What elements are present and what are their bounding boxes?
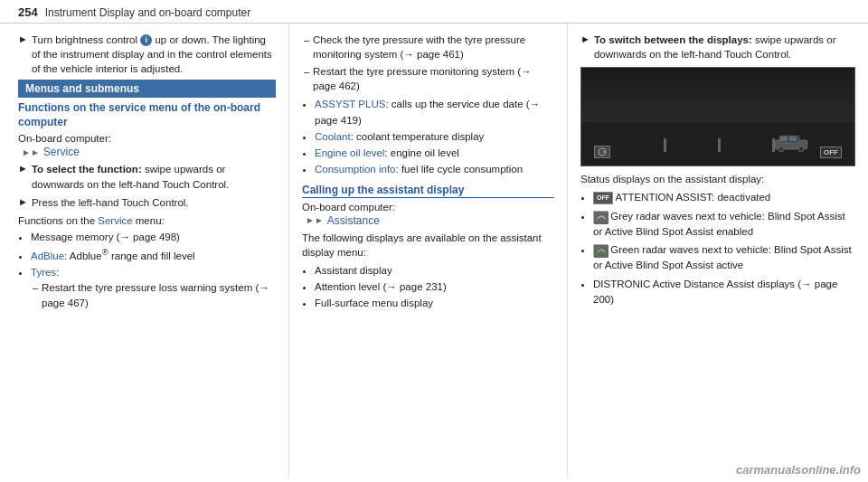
tyres-sub-list: Restart the tyre pressure loss warning s… (31, 280, 276, 309)
subtitle-text: Functions on the service menu of the on-… (18, 101, 260, 128)
onboard-label-left: On-board computer: (18, 133, 276, 144)
car-image-inner: OFF (581, 68, 854, 165)
status-attention: OFF ATTENTION ASSIST: deactivated (593, 190, 855, 205)
svg-rect-4 (780, 137, 788, 141)
indicator-icon (594, 146, 610, 158)
bullet-fullsurface: Full-surface menu display (315, 296, 554, 311)
svg-point-2 (778, 146, 784, 152)
arrow-right-icon-2: ► (18, 163, 28, 174)
service-inline-link[interactable]: Service (98, 215, 132, 226)
brightness-item: ► Turn brightness control i up or down. … (18, 33, 276, 76)
bullet-oil: Engine oil level: engine oil level (315, 146, 554, 161)
service-menu-arrow: ►► Service (22, 146, 276, 158)
car-svg (773, 133, 809, 153)
svg-point-3 (798, 146, 804, 152)
grey-radar-icon (593, 211, 608, 223)
bullet-assyst: ASSYST PLUS: calls up the service due da… (315, 97, 554, 128)
onboard-middle-text: On-board computer: (302, 202, 395, 213)
info-icon: i (140, 34, 152, 46)
switch-bold: To switch between the displays: (594, 34, 752, 45)
off-badge-icon: OFF (593, 192, 613, 204)
bullet-message: Message memory (→ page 498) (31, 230, 276, 245)
service-link[interactable]: Service (43, 146, 80, 158)
assistant-bullet-list: Assistant display Attention level (→ pag… (302, 263, 554, 312)
svg-rect-9 (594, 245, 609, 258)
assistant-heading-text: Calling up the assistant display (302, 184, 464, 196)
bullet-adblue: AdBlue: Adblue® range and fill level (31, 246, 276, 264)
arrow-right-icon: ► (18, 33, 28, 44)
car-image: OFF (580, 67, 855, 166)
page-number: 254 (18, 5, 38, 19)
svg-rect-8 (594, 212, 609, 224)
page-title: Instrument Display and on-board computer (45, 6, 250, 19)
col-left: ► Turn brightness control i up or down. … (0, 24, 289, 478)
switch-displays-item: ► To switch between the displays: swipe … (580, 33, 855, 61)
tyre-cont-list: Check the tyre pressure with the tyre pr… (302, 33, 554, 93)
switch-text: To switch between the displays: swipe up… (594, 33, 855, 61)
press-item: ► Press the left-hand Touch Control. (18, 195, 276, 210)
select-function-item: ► To select the function: swipe upwards … (18, 162, 276, 191)
menus-banner-text: Menus and submenus (25, 82, 139, 95)
status-green-radar: Green radar waves next to vehicle: Blind… (593, 242, 855, 274)
service-menu-subtitle: Functions on the service menu of the on-… (18, 101, 276, 129)
arrow-right-icon-3: ► (18, 196, 28, 207)
status-grey-radar: Grey radar waves next to vehicle: Blind … (593, 209, 855, 241)
assistance-menu-arrow: ►► Assistance (306, 214, 554, 227)
menus-banner: Menus and submenus (18, 80, 276, 98)
main-content: ► Turn brightness control i up or down. … (0, 24, 868, 478)
page-header: 254 Instrument Display and on-board comp… (0, 0, 868, 24)
assistance-link[interactable]: Assistance (327, 214, 380, 227)
col-middle: Check the tyre pressure with the tyre pr… (289, 24, 568, 478)
sub-bullet-restart: Restart the tyre pressure loss warning s… (42, 280, 276, 309)
onboard-label-middle: On-board computer: (302, 202, 554, 213)
watermark: carmanualsonline.info (736, 463, 861, 477)
off-indicator: OFF (820, 146, 842, 158)
assistant-heading: Calling up the assistant display (302, 184, 554, 198)
service-bullet-list: Message memory (→ page 498) AdBlue: Adbl… (18, 230, 276, 310)
select-function-text: To select the function: swipe upwards or… (32, 162, 276, 191)
green-radar-icon (593, 244, 608, 257)
arrow-right-icon-4: ► (580, 33, 590, 44)
indicator-area (594, 146, 610, 158)
press-text: Press the left-hand Touch Control. (32, 195, 189, 210)
bullet-assistant-display: Assistant display (315, 263, 554, 279)
status-bullet-list: OFF ATTENTION ASSIST: deactivated Grey r… (580, 190, 855, 307)
bullet-tyres: Tyres: Restart the tyre pressure loss wa… (31, 265, 276, 309)
svg-rect-5 (789, 137, 797, 141)
menu-nav-icon: ►► (22, 147, 40, 157)
select-bold: To select the function: (32, 164, 142, 175)
col-right: ► To switch between the displays: swipe … (568, 24, 868, 478)
status-distronic: DISTRONIC Active Distance Assist display… (593, 277, 855, 308)
onboard-text: On-board computer: (18, 133, 111, 144)
brightness-text: Turn brightness control i up or down. Th… (32, 33, 276, 76)
functions-label: Functions on the Service menu: (18, 213, 276, 228)
menu-nav-icon-2: ►► (306, 215, 324, 225)
sub-restart-monitoring: Restart the tyre pressure monitoring sys… (313, 64, 554, 93)
status-label: Status displays on the assistant display… (580, 172, 855, 186)
bullet-coolant: Coolant: coolant temperature display (315, 129, 554, 145)
bullet-attention: Attention level (→ page 231) (315, 279, 554, 295)
following-displays-text: The following displays are available on … (302, 231, 554, 260)
sub-check-tyre: Check the tyre pressure with the tyre pr… (313, 33, 554, 61)
middle-bullet-list: ASSYST PLUS: calls up the service due da… (302, 97, 554, 177)
bullet-consumption: Consumption info: fuel life cycle consum… (315, 162, 554, 177)
